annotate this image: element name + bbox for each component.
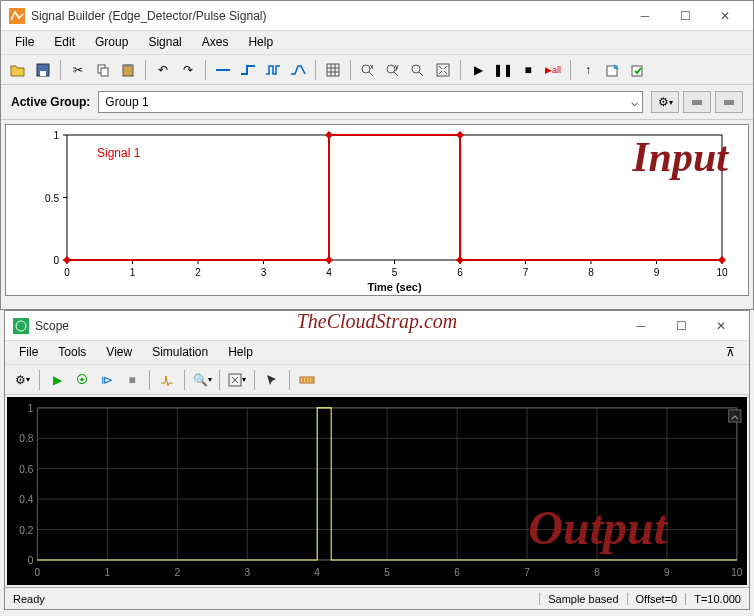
svg-rect-6 <box>125 64 131 67</box>
input-chart[interactable]: 01234567891000.51Time (sec)Signal 1 Inpu… <box>5 124 749 296</box>
svg-text:1: 1 <box>130 267 136 278</box>
svg-text:0: 0 <box>35 567 41 578</box>
scope-close-button[interactable]: ✕ <box>701 312 741 340</box>
svg-point-10 <box>387 65 395 73</box>
svg-text:3: 3 <box>244 567 250 578</box>
settings-gear-icon[interactable]: ⚙▾ <box>651 91 679 113</box>
svg-text:10: 10 <box>731 567 743 578</box>
export-icon[interactable] <box>602 59 624 81</box>
separator <box>460 60 461 80</box>
pulse-signal-icon[interactable] <box>262 59 284 81</box>
maximize-button[interactable]: ☐ <box>665 2 705 30</box>
run-all-icon[interactable]: ▶all <box>542 59 564 81</box>
pause-icon[interactable]: ❚❚ <box>492 59 514 81</box>
menubar: File Edit Group Signal Axes Help <box>1 31 753 55</box>
undo-icon[interactable]: ↶ <box>152 59 174 81</box>
active-group-row: Active Group: Group 1 ⌵ ⚙▾ <box>1 85 753 120</box>
scope-settings-icon[interactable]: ⚙▾ <box>11 369 33 391</box>
zoom-xy-icon[interactable] <box>407 59 429 81</box>
play-icon[interactable]: ▶ <box>467 59 489 81</box>
menu-help[interactable]: Help <box>238 33 283 52</box>
svg-rect-15 <box>632 66 642 76</box>
output-chart[interactable]: 01234567891000.20.40.60.81 Output <box>7 397 747 585</box>
separator <box>145 60 146 80</box>
svg-text:6: 6 <box>457 267 463 278</box>
scope-step-icon[interactable]: ⧐ <box>96 369 118 391</box>
scope-run-icon[interactable]: ▶ <box>46 369 68 391</box>
svg-text:9: 9 <box>664 567 670 578</box>
scope-menu-view[interactable]: View <box>96 343 142 362</box>
svg-text:0.4: 0.4 <box>19 494 33 505</box>
input-chart-svg: 01234567891000.51Time (sec)Signal 1 <box>6 125 748 295</box>
output-chart-svg: 01234567891000.20.40.60.81 <box>7 397 747 585</box>
zoom-in-x-icon[interactable]: x <box>357 59 379 81</box>
scope-menu-tools[interactable]: Tools <box>48 343 96 362</box>
scope-step-fwd-icon[interactable]: ⦿ <box>71 369 93 391</box>
svg-rect-16 <box>692 100 702 105</box>
svg-text:7: 7 <box>523 267 529 278</box>
scope-stop-icon[interactable]: ■ <box>121 369 143 391</box>
scope-maximize-button[interactable]: ☐ <box>661 312 701 340</box>
scope-toolbar: ⚙▾ ▶ ⦿ ⧐ ■ 🔍▾ ▾ <box>5 365 749 395</box>
separator <box>205 60 206 80</box>
menu-signal[interactable]: Signal <box>138 33 191 52</box>
menu-group[interactable]: Group <box>85 33 138 52</box>
scope-menu-simulation[interactable]: Simulation <box>142 343 218 362</box>
scope-menu-file[interactable]: File <box>9 343 48 362</box>
move-down-icon[interactable] <box>715 91 743 113</box>
open-icon[interactable] <box>7 59 29 81</box>
separator <box>149 370 150 390</box>
zoom-in-y-icon[interactable]: y <box>382 59 404 81</box>
status-time: T=10.000 <box>685 593 749 605</box>
fit-icon[interactable] <box>432 59 454 81</box>
ramp-signal-icon[interactable] <box>287 59 309 81</box>
chevron-down-icon: ⌵ <box>631 95 638 109</box>
copy-icon[interactable] <box>92 59 114 81</box>
svg-text:0: 0 <box>64 267 70 278</box>
menu-file[interactable]: File <box>5 33 44 52</box>
svg-text:y: y <box>395 63 399 71</box>
redo-icon[interactable]: ↷ <box>177 59 199 81</box>
close-button[interactable]: ✕ <box>705 2 745 30</box>
scope-cursor-icon[interactable] <box>261 369 283 391</box>
paste-icon[interactable] <box>117 59 139 81</box>
scope-measure-icon[interactable] <box>296 369 318 391</box>
svg-text:9: 9 <box>654 267 660 278</box>
scope-title: Scope <box>35 319 621 333</box>
window-title: Signal Builder (Edge_Detector/Pulse Sign… <box>31 9 625 23</box>
menu-edit[interactable]: Edit <box>44 33 85 52</box>
scope-window: Scope ─ ☐ ✕ File Tools View Simulation H… <box>4 310 750 610</box>
svg-text:0.2: 0.2 <box>19 525 33 536</box>
scope-minimize-button[interactable]: ─ <box>621 312 661 340</box>
step-signal-icon[interactable] <box>237 59 259 81</box>
up-icon[interactable]: ↑ <box>577 59 599 81</box>
active-group-label: Active Group: <box>11 95 90 109</box>
constant-signal-icon[interactable] <box>212 59 234 81</box>
cut-icon[interactable]: ✂ <box>67 59 89 81</box>
active-group-select[interactable]: Group 1 ⌵ <box>98 91 643 113</box>
svg-point-8 <box>362 65 370 73</box>
svg-text:1: 1 <box>105 567 111 578</box>
svg-rect-17 <box>724 100 734 105</box>
minimize-button[interactable]: ─ <box>625 2 665 30</box>
stop-icon[interactable]: ■ <box>517 59 539 81</box>
svg-rect-53 <box>7 400 747 582</box>
svg-rect-13 <box>437 64 449 76</box>
scope-menu-help[interactable]: Help <box>218 343 263 362</box>
app-icon <box>9 8 25 24</box>
scope-zoom-icon[interactable]: 🔍▾ <box>191 369 213 391</box>
separator <box>184 370 185 390</box>
separator <box>315 60 316 80</box>
menu-axes[interactable]: Axes <box>192 33 239 52</box>
svg-text:6: 6 <box>454 567 460 578</box>
svg-text:Time (sec): Time (sec) <box>367 281 422 293</box>
svg-text:5: 5 <box>392 267 398 278</box>
save-icon[interactable] <box>32 59 54 81</box>
scope-trigger-icon[interactable] <box>156 369 178 391</box>
scope-menu-extra-icon[interactable]: ⊼ <box>716 343 745 362</box>
svg-text:x: x <box>370 63 374 70</box>
grid-icon[interactable] <box>322 59 344 81</box>
scope-autoscale-icon[interactable]: ▾ <box>226 369 248 391</box>
move-up-icon[interactable] <box>683 91 711 113</box>
verify-icon[interactable] <box>627 59 649 81</box>
